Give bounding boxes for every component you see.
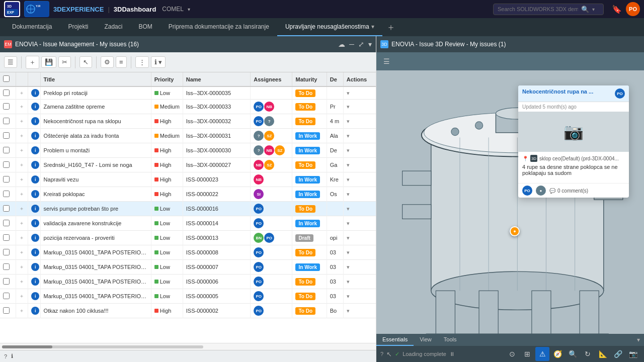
row-maturity-cell[interactable]: In Work <box>292 129 327 143</box>
row-actions-chevron[interactable]: ▾ <box>347 308 350 314</box>
loading-pause-btn[interactable]: ⏸ <box>449 351 455 357</box>
user-avatar[interactable]: PO <box>626 2 640 16</box>
expand-row-icon[interactable]: ＋ <box>19 104 24 109</box>
row-name-cell[interactable]: Iss--3DX-0000032 <box>183 114 251 129</box>
row-maturity-cell[interactable]: To Do <box>292 245 327 260</box>
row-title-cell[interactable]: Preklop pri rotaciji <box>40 86 151 100</box>
row-checkbox[interactable] <box>3 147 10 153</box>
row-checkbox[interactable] <box>3 103 10 110</box>
table-row[interactable]: ＋ i Preklop pri rotaciji Low Iss--3DX-00… <box>0 86 376 100</box>
row-actions-cell[interactable]: ▾ <box>343 202 376 216</box>
table-row[interactable]: ＋ i Oštećenje alata za iradu fronta Medi… <box>0 129 376 143</box>
viewer-tab-tools[interactable]: Tools <box>438 334 463 346</box>
row-expand-cell[interactable]: ＋ <box>16 86 28 100</box>
horizontal-scrollbar[interactable] <box>0 343 376 350</box>
row-title-cell[interactable]: Napraviti vezu <box>40 172 151 187</box>
expand-row-icon[interactable]: ＋ <box>19 264 24 269</box>
row-checkbox-cell[interactable] <box>0 172 16 187</box>
row-checkbox-cell[interactable] <box>0 245 16 260</box>
table-row[interactable]: ＋ i servis pumpe potreban što pre Low IS… <box>0 202 376 216</box>
table-row[interactable]: ＋ i pozicija rezervoara - proveriti Low … <box>0 231 376 245</box>
expand-row-icon[interactable]: ＋ <box>19 235 24 240</box>
expand-row-icon[interactable]: ＋ <box>19 249 24 255</box>
row-expand-cell[interactable]: ＋ <box>16 275 28 289</box>
scrollbar-track[interactable] <box>2 345 203 348</box>
row-checkbox[interactable] <box>3 263 10 270</box>
row-checkbox-cell[interactable] <box>0 260 16 275</box>
row-priority-cell[interactable]: Low <box>151 216 183 231</box>
row-name-cell[interactable]: Iss--3DX-0000035 <box>183 86 251 100</box>
row-title-cell[interactable]: Otkaz nakon 100 ciklusa!!! <box>40 304 151 318</box>
save-button[interactable]: 💾 <box>41 56 56 68</box>
row-title-cell[interactable]: Markup_0315 04001_TAPA POSTERIOR(... <box>40 275 151 289</box>
row-priority-cell[interactable]: Low <box>151 275 183 289</box>
add-tab-button[interactable]: ＋ <box>382 21 399 33</box>
title-col-header[interactable]: Title <box>40 72 151 86</box>
row-checkbox-cell[interactable] <box>0 187 16 202</box>
add-issue-button[interactable]: ＋ <box>26 56 39 69</box>
viewer-tab-more[interactable]: ▾ <box>633 336 644 343</box>
issue-review-btn[interactable]: ⚠ <box>535 347 549 361</box>
expand-row-icon[interactable]: ＋ <box>19 176 24 182</box>
search-input[interactable] <box>498 6 578 12</box>
nav-tab-upravljanje[interactable]: Upravljanje neusaglašenostima ▾ <box>277 18 382 36</box>
desc-col-header[interactable]: De <box>327 72 343 86</box>
row-actions-chevron[interactable]: ▾ <box>347 279 350 285</box>
cursor-button[interactable]: ↖ <box>79 56 92 68</box>
row-priority-cell[interactable]: Medium <box>151 100 183 114</box>
row-maturity-cell[interactable]: To Do <box>292 86 327 100</box>
row-expand-cell[interactable]: ＋ <box>16 129 28 143</box>
row-checkbox[interactable] <box>3 278 10 285</box>
table-row[interactable]: ＋ i Markup_0315 04001_TAPA POSTERIOR(...… <box>0 245 376 260</box>
expand-row-icon[interactable]: ＋ <box>19 279 24 284</box>
row-maturity-cell[interactable]: To Do <box>292 275 327 289</box>
row-title-cell[interactable]: Zamena zaštitne opreme <box>40 100 151 114</box>
search-dropdown[interactable]: ▾ <box>592 7 595 12</box>
row-name-cell[interactable]: Iss--3DX-0000027 <box>183 158 251 172</box>
row-actions-cell[interactable]: ▾ <box>343 245 376 260</box>
row-name-cell[interactable]: ISS-0000023 <box>183 172 251 187</box>
row-name-cell[interactable]: ISS-0000005 <box>183 289 251 304</box>
row-checkbox[interactable] <box>3 118 10 124</box>
row-expand-cell[interactable]: ＋ <box>16 245 28 260</box>
cloud-sync-icon[interactable]: ☁ <box>338 40 345 48</box>
row-priority-cell[interactable]: High <box>151 304 183 318</box>
row-checkbox[interactable] <box>3 89 10 96</box>
row-checkbox[interactable] <box>3 293 10 299</box>
compass-btn[interactable]: 🧭 <box>550 347 565 361</box>
row-name-cell[interactable]: ISS-0000008 <box>183 245 251 260</box>
row-expand-cell[interactable]: ＋ <box>16 187 28 202</box>
list-view-button[interactable]: ≡ <box>116 56 127 68</box>
row-actions-cell[interactable]: ▾ <box>343 86 376 100</box>
row-maturity-cell[interactable]: In Work <box>292 187 327 202</box>
panel-menu-icon[interactable]: ▾ <box>368 40 372 48</box>
row-checkbox-cell[interactable] <box>0 202 16 216</box>
expand-row-icon[interactable]: ＋ <box>19 308 24 313</box>
row-expand-cell[interactable]: ＋ <box>16 216 28 231</box>
row-checkbox-cell[interactable] <box>0 275 16 289</box>
row-checkbox[interactable] <box>3 220 10 226</box>
expand-row-icon[interactable]: ＋ <box>19 133 24 138</box>
help-btn[interactable]: ? <box>380 351 383 357</box>
row-actions-cell[interactable]: ▾ <box>343 100 376 114</box>
row-priority-cell[interactable]: Low <box>151 260 183 275</box>
row-checkbox[interactable] <box>3 176 10 183</box>
row-priority-cell[interactable]: High <box>151 187 183 202</box>
minimize-icon[interactable]: ─ <box>349 40 354 48</box>
row-actions-cell[interactable]: ▾ <box>343 158 376 172</box>
row-expand-cell[interactable]: ＋ <box>16 172 28 187</box>
row-checkbox-cell[interactable] <box>0 86 16 100</box>
row-maturity-cell[interactable]: To Do <box>292 114 327 129</box>
row-actions-cell[interactable]: ▾ <box>343 216 376 231</box>
row-checkbox[interactable] <box>3 307 10 314</box>
row-actions-cell[interactable]: ▾ <box>343 114 376 129</box>
row-name-cell[interactable]: ISS-0000006 <box>183 275 251 289</box>
row-maturity-cell[interactable]: To Do <box>292 100 327 114</box>
row-priority-cell[interactable]: Low <box>151 86 183 100</box>
nav-tab-projekti[interactable]: Projekti <box>60 18 96 36</box>
row-expand-cell[interactable]: ＋ <box>16 231 28 245</box>
row-name-cell[interactable]: ISS-0000016 <box>183 202 251 216</box>
row-title-cell[interactable]: Oštećenje alata za iradu fronta <box>40 129 151 143</box>
table-row[interactable]: ＋ i Nekocentričnost rupa na sklopu High … <box>0 114 376 129</box>
expand-row-icon[interactable]: ＋ <box>19 118 24 124</box>
